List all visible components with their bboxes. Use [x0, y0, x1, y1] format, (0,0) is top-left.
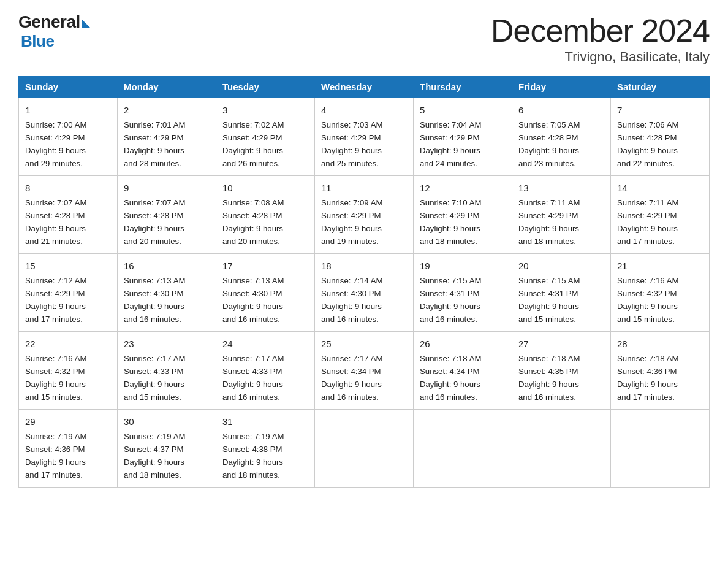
- calendar-cell: 11Sunrise: 7:09 AM Sunset: 4:29 PM Dayli…: [315, 175, 414, 253]
- day-info: Sunrise: 7:19 AM Sunset: 4:36 PM Dayligh…: [25, 432, 86, 480]
- header-sunday: Sunday: [19, 77, 118, 98]
- day-number: 7: [617, 103, 703, 117]
- day-number: 6: [518, 103, 604, 117]
- calendar-cell: 3Sunrise: 7:02 AM Sunset: 4:29 PM Daylig…: [216, 98, 315, 175]
- calendar-cell: 4Sunrise: 7:03 AM Sunset: 4:29 PM Daylig…: [315, 98, 414, 175]
- day-info: Sunrise: 7:16 AM Sunset: 4:32 PM Dayligh…: [25, 354, 86, 402]
- page-header: General Blue December 2024 Trivigno, Bas…: [18, 12, 710, 65]
- day-number: 20: [518, 259, 604, 273]
- day-info: Sunrise: 7:15 AM Sunset: 4:31 PM Dayligh…: [518, 276, 580, 324]
- logo: General Blue: [18, 12, 90, 51]
- day-info: Sunrise: 7:02 AM Sunset: 4:29 PM Dayligh…: [222, 120, 284, 168]
- calendar-cell: 8Sunrise: 7:07 AM Sunset: 4:28 PM Daylig…: [19, 175, 118, 253]
- day-info: Sunrise: 7:18 AM Sunset: 4:34 PM Dayligh…: [420, 354, 481, 402]
- calendar-cell: 16Sunrise: 7:13 AM Sunset: 4:30 PM Dayli…: [118, 253, 216, 331]
- day-number: 27: [518, 337, 604, 351]
- day-number: 24: [222, 337, 308, 351]
- calendar-cell: 14Sunrise: 7:11 AM Sunset: 4:29 PM Dayli…: [611, 175, 710, 253]
- page-title: December 2024: [491, 12, 710, 49]
- page-subtitle: Trivigno, Basilicate, Italy: [491, 49, 710, 65]
- day-number: 3: [222, 103, 308, 117]
- logo-triangle-icon: [82, 19, 90, 28]
- header-saturday: Saturday: [611, 77, 710, 98]
- logo-underline: Blue: [21, 32, 54, 51]
- day-info: Sunrise: 7:18 AM Sunset: 4:35 PM Dayligh…: [518, 354, 580, 402]
- calendar-cell: 19Sunrise: 7:15 AM Sunset: 4:31 PM Dayli…: [414, 253, 512, 331]
- header-thursday: Thursday: [414, 77, 512, 98]
- day-info: Sunrise: 7:14 AM Sunset: 4:30 PM Dayligh…: [321, 276, 382, 324]
- calendar-cell: 21Sunrise: 7:16 AM Sunset: 4:32 PM Dayli…: [611, 253, 710, 331]
- day-info: Sunrise: 7:19 AM Sunset: 4:38 PM Dayligh…: [222, 432, 284, 480]
- calendar-cell: 13Sunrise: 7:11 AM Sunset: 4:29 PM Dayli…: [512, 175, 611, 253]
- calendar-cell: 7Sunrise: 7:06 AM Sunset: 4:28 PM Daylig…: [611, 98, 710, 175]
- day-info: Sunrise: 7:12 AM Sunset: 4:29 PM Dayligh…: [25, 276, 86, 324]
- day-number: 9: [124, 181, 210, 195]
- day-number: 25: [321, 337, 407, 351]
- calendar-header: SundayMondayTuesdayWednesdayThursdayFrid…: [19, 77, 710, 98]
- day-number: 28: [617, 337, 703, 351]
- calendar-cell: [611, 409, 710, 487]
- logo-general-text: General: [18, 12, 80, 32]
- calendar-cell: 26Sunrise: 7:18 AM Sunset: 4:34 PM Dayli…: [414, 331, 512, 409]
- calendar-cell: 23Sunrise: 7:17 AM Sunset: 4:33 PM Dayli…: [118, 331, 216, 409]
- calendar-cell: [315, 409, 414, 487]
- day-info: Sunrise: 7:17 AM Sunset: 4:33 PM Dayligh…: [222, 354, 284, 402]
- day-info: Sunrise: 7:17 AM Sunset: 4:33 PM Dayligh…: [124, 354, 185, 402]
- day-number: 12: [420, 181, 506, 195]
- calendar-cell: 1Sunrise: 7:00 AM Sunset: 4:29 PM Daylig…: [19, 98, 118, 175]
- day-info: Sunrise: 7:00 AM Sunset: 4:29 PM Dayligh…: [25, 120, 86, 168]
- week-row-1: 1Sunrise: 7:00 AM Sunset: 4:29 PM Daylig…: [19, 98, 710, 175]
- calendar-cell: 15Sunrise: 7:12 AM Sunset: 4:29 PM Dayli…: [19, 253, 118, 331]
- day-number: 22: [25, 337, 111, 351]
- day-info: Sunrise: 7:10 AM Sunset: 4:29 PM Dayligh…: [420, 198, 481, 246]
- day-number: 10: [222, 181, 308, 195]
- day-number: 18: [321, 259, 407, 273]
- calendar-cell: 30Sunrise: 7:19 AM Sunset: 4:37 PM Dayli…: [118, 409, 216, 487]
- header-monday: Monday: [118, 77, 216, 98]
- day-number: 31: [222, 415, 308, 429]
- calendar-cell: 31Sunrise: 7:19 AM Sunset: 4:38 PM Dayli…: [216, 409, 315, 487]
- day-number: 4: [321, 103, 407, 117]
- day-info: Sunrise: 7:15 AM Sunset: 4:31 PM Dayligh…: [420, 276, 481, 324]
- header-friday: Friday: [512, 77, 611, 98]
- day-number: 16: [124, 259, 210, 273]
- day-info: Sunrise: 7:05 AM Sunset: 4:28 PM Dayligh…: [518, 120, 580, 168]
- calendar-cell: 5Sunrise: 7:04 AM Sunset: 4:29 PM Daylig…: [414, 98, 512, 175]
- calendar-cell: 28Sunrise: 7:18 AM Sunset: 4:36 PM Dayli…: [611, 331, 710, 409]
- header-tuesday: Tuesday: [216, 77, 315, 98]
- calendar-cell: 9Sunrise: 7:07 AM Sunset: 4:28 PM Daylig…: [118, 175, 216, 253]
- calendar-body: 1Sunrise: 7:00 AM Sunset: 4:29 PM Daylig…: [19, 98, 710, 487]
- day-number: 5: [420, 103, 506, 117]
- day-info: Sunrise: 7:08 AM Sunset: 4:28 PM Dayligh…: [222, 198, 284, 246]
- day-number: 23: [124, 337, 210, 351]
- day-info: Sunrise: 7:17 AM Sunset: 4:34 PM Dayligh…: [321, 354, 382, 402]
- calendar-cell: 29Sunrise: 7:19 AM Sunset: 4:36 PM Dayli…: [19, 409, 118, 487]
- day-number: 14: [617, 181, 703, 195]
- calendar-cell: 10Sunrise: 7:08 AM Sunset: 4:28 PM Dayli…: [216, 175, 315, 253]
- calendar-cell: 2Sunrise: 7:01 AM Sunset: 4:29 PM Daylig…: [118, 98, 216, 175]
- day-info: Sunrise: 7:06 AM Sunset: 4:28 PM Dayligh…: [617, 120, 678, 168]
- day-info: Sunrise: 7:07 AM Sunset: 4:28 PM Dayligh…: [25, 198, 86, 246]
- day-number: 8: [25, 181, 111, 195]
- day-info: Sunrise: 7:09 AM Sunset: 4:29 PM Dayligh…: [321, 198, 382, 246]
- day-info: Sunrise: 7:13 AM Sunset: 4:30 PM Dayligh…: [222, 276, 284, 324]
- calendar-cell: 6Sunrise: 7:05 AM Sunset: 4:28 PM Daylig…: [512, 98, 611, 175]
- calendar-table: SundayMondayTuesdayWednesdayThursdayFrid…: [18, 76, 710, 488]
- calendar-cell: 25Sunrise: 7:17 AM Sunset: 4:34 PM Dayli…: [315, 331, 414, 409]
- header-wednesday: Wednesday: [315, 77, 414, 98]
- calendar-cell: [414, 409, 512, 487]
- day-info: Sunrise: 7:11 AM Sunset: 4:29 PM Dayligh…: [518, 198, 580, 246]
- day-number: 19: [420, 259, 506, 273]
- calendar-cell: [512, 409, 611, 487]
- day-number: 1: [25, 103, 111, 117]
- calendar-cell: 18Sunrise: 7:14 AM Sunset: 4:30 PM Dayli…: [315, 253, 414, 331]
- calendar-cell: 27Sunrise: 7:18 AM Sunset: 4:35 PM Dayli…: [512, 331, 611, 409]
- calendar-cell: 17Sunrise: 7:13 AM Sunset: 4:30 PM Dayli…: [216, 253, 315, 331]
- header-row: SundayMondayTuesdayWednesdayThursdayFrid…: [19, 77, 710, 98]
- day-info: Sunrise: 7:11 AM Sunset: 4:29 PM Dayligh…: [617, 198, 678, 246]
- title-block: December 2024 Trivigno, Basilicate, Ital…: [491, 12, 710, 65]
- day-info: Sunrise: 7:07 AM Sunset: 4:28 PM Dayligh…: [124, 198, 185, 246]
- day-info: Sunrise: 7:18 AM Sunset: 4:36 PM Dayligh…: [617, 354, 678, 402]
- day-number: 15: [25, 259, 111, 273]
- day-info: Sunrise: 7:03 AM Sunset: 4:29 PM Dayligh…: [321, 120, 382, 168]
